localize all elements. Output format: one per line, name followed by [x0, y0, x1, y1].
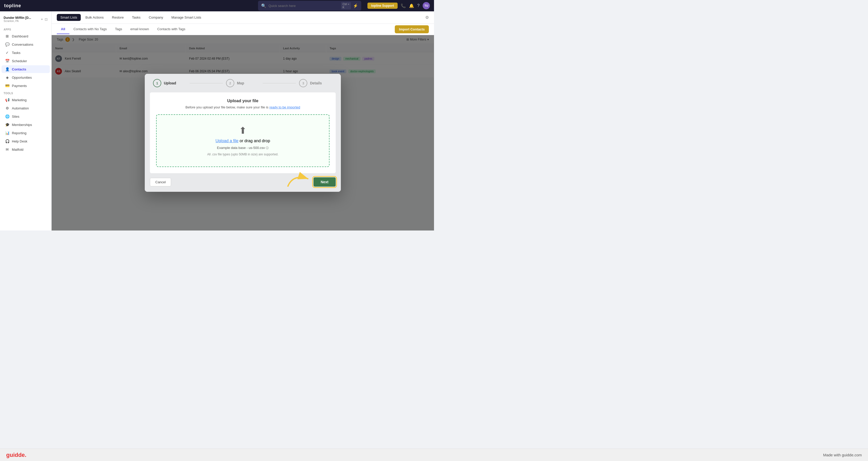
- lightning-icon: ⚡: [353, 3, 358, 8]
- sidebar-item-payments[interactable]: 💳 Payments: [2, 82, 50, 90]
- sidebar-item-label: Scheduler: [12, 59, 27, 63]
- chevron-down-icon: ▾: [41, 18, 42, 21]
- sidebar-item-helpdesk[interactable]: 🎧 Help Desk: [2, 137, 50, 145]
- workspace-selector[interactable]: Dunder Mifflin [D... Scranton, PA ▾ ⊡: [0, 14, 51, 24]
- upload-file-link[interactable]: Upload a file: [215, 139, 239, 143]
- tasks-icon: ✓: [5, 51, 9, 55]
- upload-or-text: or drag and drop: [240, 139, 270, 143]
- sidebar-item-mailfold[interactable]: ✉ Mailfold: [2, 146, 50, 153]
- sidebar-item-label: Payments: [12, 84, 27, 88]
- memberships-icon: 🎓: [5, 123, 9, 127]
- next-button[interactable]: Next: [313, 177, 336, 187]
- help-icon[interactable]: ?: [417, 3, 420, 8]
- sidebar-item-conversations[interactable]: 💬 Conversations: [2, 40, 50, 48]
- sidebar-item-label: Reporting: [12, 131, 26, 135]
- automation-icon: ⚙: [5, 106, 9, 110]
- info-icon: ⓘ: [266, 146, 269, 149]
- sidebar-item-label: Dashboard: [12, 34, 28, 38]
- sidebar-item-opportunities[interactable]: ◈ Opportunities: [2, 73, 50, 81]
- tab-email-known[interactable]: email known: [126, 25, 153, 34]
- marketing-icon: 📢: [5, 98, 9, 102]
- sidebar-item-label: Memberships: [12, 123, 32, 127]
- payments-icon: 💳: [5, 84, 9, 88]
- sidebar-collapse-icon[interactable]: ⊡: [44, 17, 48, 22]
- topline-logo: topline: [4, 3, 21, 8]
- subnav-gear-icon[interactable]: ⚙: [425, 15, 429, 20]
- topbar: topline 🔍 Ctrl + K ⚡ topline Support 📞 🔔…: [0, 0, 434, 11]
- search-bar[interactable]: 🔍 Ctrl + K ⚡: [258, 1, 361, 10]
- subnav: Smart Lists Bulk Actions Restore Tasks C…: [52, 11, 434, 24]
- subnav-restore[interactable]: Restore: [108, 14, 127, 21]
- sites-icon: 🌐: [5, 114, 9, 119]
- sidebar-item-automation[interactable]: ⚙ Automation: [2, 104, 50, 112]
- contacts-icon: 👤: [5, 67, 9, 71]
- search-input[interactable]: [268, 4, 339, 8]
- sidebar: Dunder Mifflin [D... Scranton, PA ▾ ⊡ Ap…: [0, 11, 52, 230]
- modal-overlay: 1 Upload 2 Map: [52, 35, 434, 230]
- search-icon: 🔍: [261, 3, 266, 8]
- sidebar-item-marketing[interactable]: 📢 Marketing: [2, 96, 50, 104]
- sidebar-item-reporting[interactable]: 📊 Reporting: [2, 129, 50, 137]
- subnav-smart-lists[interactable]: Smart Lists: [57, 14, 81, 21]
- upload-text: Upload a file or drag and drop: [215, 139, 270, 143]
- conversations-icon: 💬: [5, 42, 9, 47]
- modal-footer: Cancel Next: [145, 173, 341, 192]
- cancel-button[interactable]: Cancel: [150, 178, 171, 186]
- sidebar-item-label: Tasks: [12, 51, 20, 55]
- sidebar-item-dashboard[interactable]: ⊞ Dashboard: [2, 32, 50, 40]
- sidebar-item-label: Marketing: [12, 98, 27, 102]
- tab-tags[interactable]: Tags: [111, 25, 126, 34]
- step-circle-3: 3: [299, 79, 307, 87]
- import-contacts-button[interactable]: Import Contacts: [395, 25, 429, 33]
- modal-steps: 1 Upload 2 Map: [145, 74, 341, 92]
- step-label-details: Details: [310, 81, 322, 85]
- sidebar-item-label: Automation: [12, 106, 29, 110]
- sidebar-item-label: Opportunities: [12, 75, 32, 80]
- step-label-upload: Upload: [164, 81, 176, 85]
- step-circle-2: 2: [226, 79, 234, 87]
- step-details: 3 Details: [299, 79, 333, 87]
- search-shortcut: Ctrl + K: [341, 2, 351, 9]
- support-button[interactable]: topline Support: [367, 3, 398, 9]
- sidebar-item-tasks[interactable]: ✓ Tasks: [2, 49, 50, 57]
- bell-icon[interactable]: 🔔: [409, 3, 414, 8]
- subnav-tasks[interactable]: Tasks: [128, 14, 144, 21]
- sidebar-item-memberships[interactable]: 🎓 Memberships: [2, 121, 50, 128]
- sidebar-item-sites[interactable]: 🌐 Sites: [2, 113, 50, 120]
- step-label-map: Map: [237, 81, 244, 85]
- step-upload: 1 Upload: [153, 79, 187, 87]
- tools-section-label: Tools: [0, 90, 51, 96]
- mailfold-icon: ✉: [5, 147, 9, 152]
- sidebar-item-contacts[interactable]: 👤 Contacts: [2, 65, 50, 73]
- sidebar-item-scheduler[interactable]: 📅 Scheduler: [2, 57, 50, 65]
- subnav-manage-smart-lists[interactable]: Manage Smart Lists: [168, 14, 205, 21]
- step-map: 2 Map: [226, 79, 259, 87]
- topbar-actions: topline Support 📞 🔔 ? TU: [367, 2, 430, 9]
- upload-example: Example data base - us-500.csv ⓘ: [217, 146, 269, 150]
- phone-icon[interactable]: 📞: [401, 3, 406, 8]
- tab-no-tags[interactable]: Contacts with No Tags: [69, 25, 111, 34]
- ready-link[interactable]: ready to be imported: [269, 105, 300, 109]
- helpdesk-icon: 🎧: [5, 139, 9, 143]
- reporting-icon: 📊: [5, 131, 9, 135]
- avatar[interactable]: TU: [423, 2, 430, 9]
- tab-contacts-with-tags[interactable]: Contacts with Tags: [153, 25, 189, 34]
- tab-all[interactable]: All: [57, 25, 69, 34]
- import-modal: 1 Upload 2 Map: [145, 74, 341, 192]
- apps-section-label: Apps: [0, 26, 51, 32]
- upload-dropzone[interactable]: ⬆ Upload a file or drag and drop Example…: [156, 114, 330, 167]
- main-content: Smart Lists Bulk Actions Restore Tasks C…: [52, 11, 434, 230]
- subnav-bulk-actions[interactable]: Bulk Actions: [82, 14, 107, 21]
- step-circle-1: 1: [153, 79, 161, 87]
- tab-row-right: Import Contacts: [395, 25, 429, 33]
- content-area: Tags 1 ❯ Page Size: 20 ⊞ More Filters ▾ …: [52, 35, 434, 230]
- tab-row: All Contacts with No Tags Tags email kno…: [52, 24, 434, 35]
- subnav-company[interactable]: Company: [145, 14, 167, 21]
- modal-body: Upload your file Before you upload your …: [150, 92, 336, 173]
- workspace-name: Dunder Mifflin [D...: [4, 16, 31, 20]
- sidebar-item-label: Contacts: [12, 67, 26, 71]
- sidebar-item-label: Mailfold: [12, 148, 24, 152]
- next-btn-wrapper: Next: [313, 177, 336, 187]
- modal-title: Upload your file: [156, 99, 330, 103]
- layout: Dunder Mifflin [D... Scranton, PA ▾ ⊡ Ap…: [0, 11, 434, 230]
